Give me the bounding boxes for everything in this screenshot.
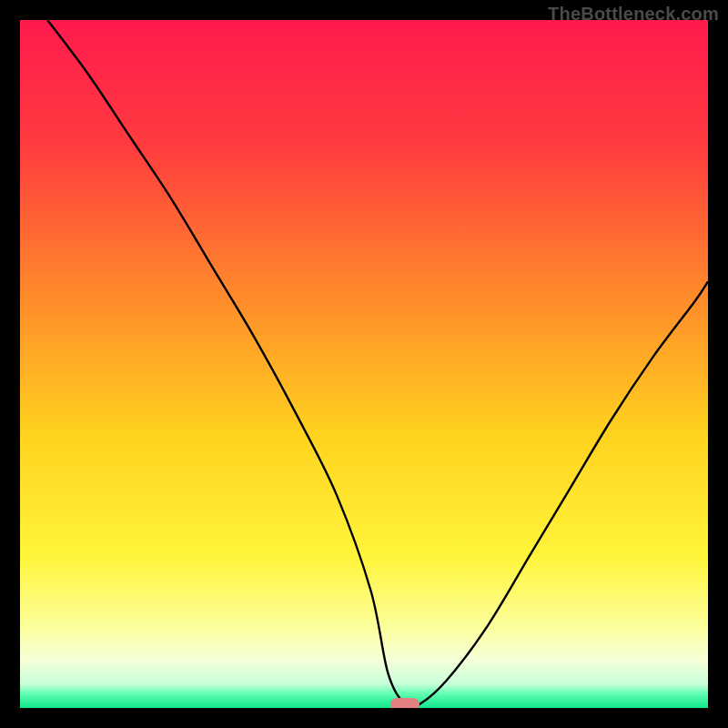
watermark-text: TheBottleneck.com [548,4,719,25]
optimal-marker [390,698,420,708]
plot-area [20,20,708,708]
bottleneck-curve-path [47,20,708,708]
chart-frame: TheBottleneck.com [0,0,728,728]
bottleneck-curve [20,20,708,708]
